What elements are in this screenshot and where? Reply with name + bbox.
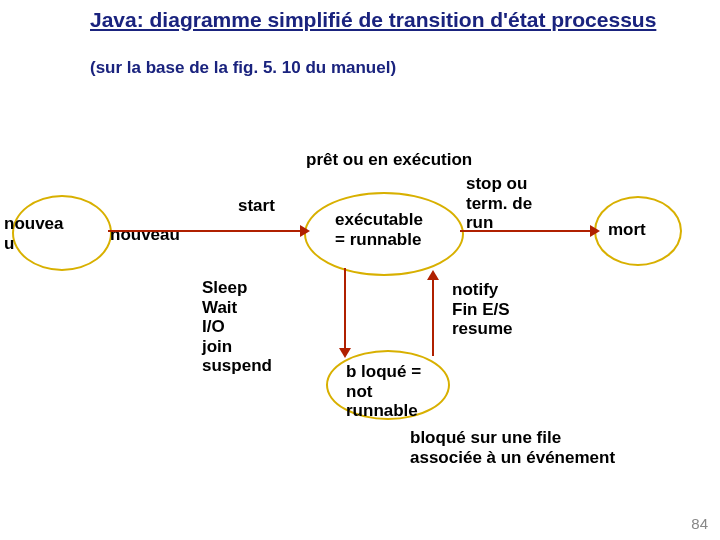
ready-caption: prêt ou en exécution [306, 150, 472, 170]
label-start: start [238, 196, 275, 216]
label-unblock: notify Fin E/S resume [452, 280, 512, 339]
arrow-block-down [344, 268, 346, 352]
arrow-block-down-head [339, 348, 351, 358]
label-bloque: b loqué = not runnable [346, 362, 421, 421]
label-nouveau-outer: nouvea u [4, 214, 64, 253]
label-nouveau-inner: nouveau [110, 225, 180, 245]
label-executable: exécutable = runnable [335, 210, 423, 249]
arrow-start [108, 230, 304, 232]
label-stop: stop ou term. de run [466, 174, 532, 233]
arrow-stop [460, 230, 594, 232]
slide-title: Java: diagramme simplifié de transition … [90, 8, 656, 32]
arrow-unblock-up [432, 278, 434, 356]
label-block: Sleep Wait I/O join suspend [202, 278, 272, 376]
arrow-start-head [300, 225, 310, 237]
arrow-stop-head [590, 225, 600, 237]
page-number: 84 [691, 515, 708, 532]
label-mort: mort [608, 220, 646, 240]
footnote: bloqué sur une file associée à un événem… [410, 428, 615, 467]
slide-subtitle: (sur la base de la fig. 5. 10 du manuel) [90, 58, 396, 78]
arrow-unblock-up-head [427, 270, 439, 280]
